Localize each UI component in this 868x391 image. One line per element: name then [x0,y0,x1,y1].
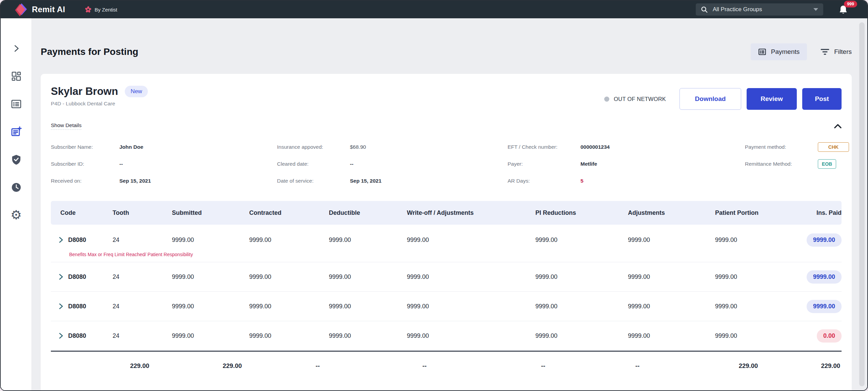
chevron-right-icon [13,45,20,52]
total-ins-paid: 229.00 [821,362,840,370]
table-totals-row: 229.00 229.00 -- -- -- -- 229.00 229.00 [51,351,842,380]
byline-label: By Zentist [95,7,117,13]
sidebar-item-dashboard[interactable] [11,70,22,82]
vertical-scrollbar[interactable] [859,22,865,386]
ins-paid-badge: 9999.00 [807,300,842,313]
detail-ar-days: AR Days:5 [508,172,745,189]
sidebar-item-settings[interactable]: ⚙ [11,209,22,221]
table-row: D8080 24 9999.00 9999.00 9999.00 9999.00… [51,321,842,351]
detail-eft-check-number: EFT / Check number:0000001234 [508,139,745,156]
chevron-right-icon [58,332,64,339]
show-details-toggle[interactable]: Show Details [51,122,81,130]
payments-list-icon [758,48,766,56]
expand-row-button[interactable] [58,303,64,310]
total-deductible: -- [316,362,320,370]
notification-count-badge: 999 [844,1,857,7]
top-navigation-bar: Remit AI By Zentist [1,1,867,18]
gear-icon: ⚙ [11,209,22,221]
table-row: D8080 24 9999.00 9999.00 9999.00 9999.00… [51,225,842,262]
detail-insurance-approved: Insurance appoved:$68.90 [277,139,508,156]
total-patient-portion: 229.00 [739,362,758,370]
post-payment-icon [11,126,22,138]
remittance-method-badge: EOB [818,159,836,169]
detail-received-on: Received on:Sep 15, 2021 [51,172,277,189]
list-icon [11,99,22,109]
claim-details: Subscriber Name:John Doe Subscriber ID:-… [51,139,842,189]
table-row: D8080 24 9999.00 9999.00 9999.00 9999.00… [51,262,842,292]
total-pi-reductions: -- [541,362,545,370]
total-writeoff: -- [422,362,427,370]
network-status-label: OUT OF NETWORK [614,96,666,102]
network-status: OUT OF NETWORK [604,96,666,102]
zentist-flower-icon [85,6,92,13]
practice-group-selector[interactable]: All Practice Groups [696,3,823,16]
left-sidebar: ⚙ [1,18,32,390]
remit-ai-logo-icon [14,2,28,17]
ins-paid-badge: 9999.00 [807,233,842,247]
notifications-button[interactable]: 999 [838,2,854,17]
sidebar-item-verification[interactable] [11,154,22,165]
expand-row-button[interactable] [58,332,64,339]
table-header-row: Code Tooth Submitted Contracted Deductib… [51,201,842,225]
claim-card: Skylar Brown New P4D - Lubbock Dental Ca… [41,74,852,391]
chevron-right-icon [58,273,64,280]
detail-date-of-service: Date of service:Sep 15, 2021 [277,172,508,189]
procedures-table: Code Tooth Submitted Contracted Deductib… [51,201,842,380]
sidebar-item-claims-list[interactable] [11,98,22,110]
chevron-right-icon [58,236,64,243]
chevron-up-icon [834,124,842,128]
filters-button[interactable]: Filters [821,48,852,56]
detail-subscriber-name: Subscriber Name:John Doe [51,139,277,156]
dashboard-icon [11,71,22,82]
row-warning-note: Benefits Max or Freq Limit Reached/ Pati… [69,252,842,262]
detail-payer: Payer:Metlife [508,156,745,172]
main-content: Payments for Posting Payments Filters [32,18,867,390]
app-window: Remit AI By Zentist [0,0,868,391]
chevron-down-icon [813,8,818,11]
clock-icon [11,182,21,192]
ins-paid-badge: 9999.00 [807,270,842,284]
filter-icon [821,48,829,56]
detail-cleared-date: Cleared date:-- [277,156,508,172]
download-button[interactable]: Download [679,88,741,110]
chevron-right-icon [58,303,64,310]
practice-group-value: All Practice Groups [713,6,808,13]
app-title: Remit AI [32,5,65,14]
total-contracted: 229.00 [223,362,242,370]
network-status-dot [604,97,609,102]
search-icon [701,6,708,13]
patient-name: Skylar Brown [51,85,118,98]
page-title: Payments for Posting [41,46,138,57]
shield-check-icon [11,154,21,165]
payments-view-button[interactable]: Payments [751,43,807,60]
sidebar-item-post-payments-active[interactable] [11,126,22,138]
sidebar-item-history[interactable] [11,182,22,193]
payment-method-badge: CHK [818,142,849,152]
status-badge-new: New [125,86,148,97]
post-button[interactable]: Post [802,88,842,110]
ins-paid-badge: 0.00 [817,329,842,343]
byline: By Zentist [85,6,117,13]
filters-button-label: Filters [834,48,852,56]
detail-remittance-method: Remittance Method:EOB [745,156,849,172]
expand-row-button[interactable] [58,273,64,280]
brand-logo: Remit AI [14,2,65,17]
payments-button-label: Payments [771,48,800,56]
total-adjustments: -- [635,362,639,370]
table-row: D8080 24 9999.00 9999.00 9999.00 9999.00… [51,292,842,321]
total-submitted: 229.00 [130,362,150,370]
collapse-details-button[interactable] [834,124,842,128]
detail-subscriber-id: Subscriber ID:-- [51,156,277,172]
sidebar-expand-button[interactable] [11,43,22,54]
review-button[interactable]: Review [747,88,797,110]
expand-row-button[interactable] [58,236,64,243]
detail-payment-method: Payment method:CHK [745,139,849,156]
